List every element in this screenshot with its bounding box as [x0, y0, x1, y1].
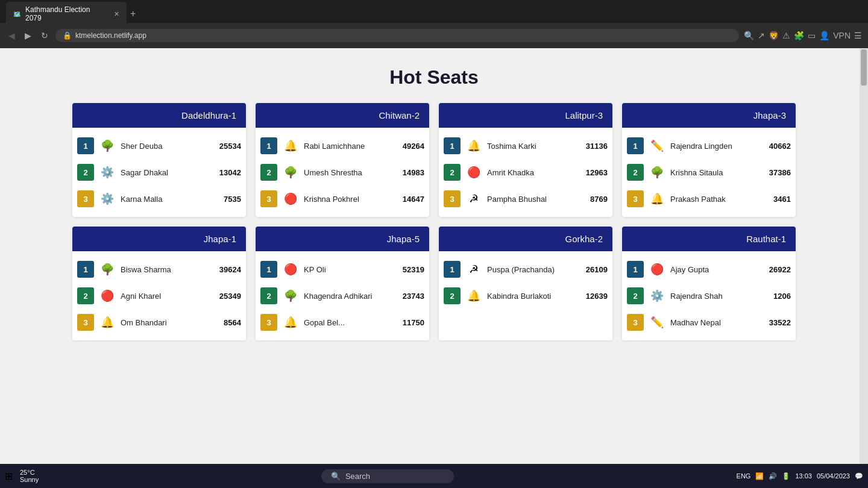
active-tab[interactable]: 🗺️ Kathmandu Election 2079 ✕ [6, 2, 127, 26]
seat-header: Jhapa-1 [72, 227, 246, 251]
taskbar: ⊞ 25°C Sunny 🔍 Search ENG 📶 🔊 🔋 13:03 05… [0, 464, 868, 488]
party-icon: 🔴 [98, 286, 117, 305]
rank-badge-3: 3 [627, 190, 644, 207]
candidate-votes: 12639 [581, 292, 608, 301]
new-tab-button[interactable]: + [130, 8, 136, 19]
candidate-votes: 49264 [398, 142, 424, 151]
rank-badge-3: 3 [260, 190, 277, 207]
browser-action-buttons: 🔍 ↗ 🦁 ⚠ 🧩 ▭ 👤 VPN ☰ [744, 31, 862, 40]
candidate-name: Gopal Bel... [304, 318, 394, 327]
rank-badge-2: 2 [77, 287, 94, 304]
rank-badge-1: 1 [627, 137, 644, 154]
search-icon[interactable]: 🔍 [744, 31, 754, 40]
rank-badge-1: 1 [444, 261, 461, 278]
party-icon: ⚙️ [98, 189, 117, 208]
candidate-votes: 25349 [215, 292, 241, 301]
seat-card-jhapa-1: Jhapa-1 1 🌳 Biswa Sharma 39624 2 🔴 Agni … [72, 227, 246, 340]
profile-icon[interactable]: 👤 [819, 31, 829, 40]
candidate-name: Sagar Dhakal [121, 168, 211, 177]
rank-badge-2: 2 [627, 287, 644, 304]
vpn-icon[interactable]: VPN [833, 31, 851, 40]
share-icon[interactable]: ↗ [758, 31, 765, 40]
seat-card-gorkha-2: Gorkha-2 1 ☭ Puspa (Prachanda) 26109 2 🔔… [439, 227, 612, 340]
candidate-name: Amrit Khadka [487, 168, 577, 177]
party-icon: 🔴 [281, 189, 300, 208]
party-icon: 🔔 [98, 313, 117, 332]
url-text: ktmelection.netlify.app [75, 31, 146, 40]
search-label: Search [345, 472, 370, 481]
rank-badge-2: 2 [444, 164, 461, 181]
party-icon: 🔴 [281, 260, 300, 279]
candidate-row: 3 ⚙️ Karna Malla 7535 [72, 186, 246, 212]
candidate-votes: 40662 [764, 142, 791, 151]
seats-grid: Dadeldhura-1 1 🌳 Sher Deuba 25534 2 ⚙️ S… [72, 103, 796, 340]
candidate-votes: 37386 [764, 168, 791, 177]
party-icon: ✏️ [647, 136, 667, 155]
alert-icon[interactable]: ⚠ [782, 31, 790, 40]
seat-body: 1 🔔 Toshima Karki 31136 2 🔴 Amrit Khadka… [439, 128, 612, 217]
candidate-votes: 26922 [764, 265, 791, 274]
candidate-votes: 12963 [581, 168, 608, 177]
party-icon: 🔔 [281, 313, 300, 332]
seat-card-jhapa-3: Jhapa-3 1 ✏️ Rajendra Lingden 40662 2 🌳 … [622, 103, 796, 217]
start-button[interactable]: ⊞ [5, 471, 13, 482]
party-icon: 🌳 [647, 163, 667, 182]
candidate-name: Krishna Pokhrel [304, 195, 394, 204]
candidate-row: 2 🌳 Khagendra Adhikari 23743 [256, 283, 429, 309]
scrollbar[interactable] [860, 48, 868, 488]
rank-badge-3: 3 [77, 190, 94, 207]
notification-icon[interactable]: 💬 [855, 472, 863, 480]
party-icon: ⚙️ [98, 163, 117, 182]
brave-icon[interactable]: 🦁 [769, 31, 779, 40]
candidate-votes: 26109 [581, 265, 608, 274]
candidate-row: 2 🔴 Amrit Khadka 12963 [439, 159, 612, 186]
candidate-name: Agni Kharel [121, 292, 211, 301]
browser-navigation: ◀ ▶ ↻ 🔒 ktmelection.netlify.app 🔍 ↗ 🦁 ⚠ … [0, 23, 868, 48]
sidebar-icon[interactable]: ▭ [808, 31, 816, 40]
candidate-votes: 52319 [398, 265, 424, 274]
candidate-votes: 7535 [215, 195, 241, 204]
forward-button[interactable]: ▶ [22, 30, 34, 42]
rank-badge-2: 2 [260, 164, 277, 181]
volume-icon: 🔊 [769, 472, 777, 480]
candidate-row: 2 🔔 Kabindra Burlakoti 12639 [439, 283, 612, 309]
address-bar[interactable]: 🔒 ktmelection.netlify.app [55, 29, 739, 42]
party-icon: 🔔 [647, 189, 667, 208]
browser-chrome: 🗺️ Kathmandu Election 2079 ✕ + ◀ ▶ ↻ 🔒 k… [0, 0, 868, 48]
seat-body: 1 🔴 Ajay Gupta 26922 2 ⚙️ Rajendra Shah … [622, 251, 796, 340]
candidate-row: 3 🔔 Gopal Bel... 11750 [256, 309, 429, 336]
lock-icon: 🔒 [63, 31, 72, 40]
candidate-row: 1 🔴 KP Oli 52319 [256, 256, 429, 283]
seat-body: 1 🔴 KP Oli 52319 2 🌳 Khagendra Adhikari … [256, 251, 429, 340]
extensions-icon[interactable]: 🧩 [794, 31, 804, 40]
candidate-row: 1 🔔 Rabi Lamichhane 49264 [256, 133, 429, 159]
candidate-votes: 14983 [398, 168, 424, 177]
party-icon: 🌳 [98, 260, 117, 279]
candidate-name: Rabi Lamichhane [304, 142, 394, 151]
seat-header: Jhapa-5 [256, 227, 429, 251]
menu-icon[interactable]: ☰ [854, 31, 862, 40]
rank-badge-3: 3 [77, 314, 94, 331]
candidate-row: 1 🔔 Toshima Karki 31136 [439, 133, 612, 159]
taskbar-center: 🔍 Search [43, 469, 731, 483]
candidate-row: 2 🌳 Krishna Sitaula 37386 [622, 159, 796, 186]
refresh-button[interactable]: ↻ [39, 30, 51, 42]
candidate-name: Pampha Bhushal [487, 195, 577, 204]
seat-header: Dadeldhura-1 [72, 103, 246, 128]
clock-time: 13:03 [795, 472, 812, 480]
rank-badge-3: 3 [444, 190, 461, 207]
back-button[interactable]: ◀ [6, 30, 17, 42]
candidate-row: 3 ✏️ Madhav Nepal 33522 [622, 309, 796, 336]
candidate-name: Rajendra Lingden [670, 142, 761, 151]
tab-close-button[interactable]: ✕ [114, 10, 119, 18]
seat-header: Chitwan-2 [256, 103, 429, 128]
candidate-name: Krishna Sitaula [670, 168, 761, 177]
candidate-votes: 3461 [764, 195, 791, 204]
scrollbar-thumb[interactable] [861, 49, 867, 86]
rank-badge-2: 2 [260, 287, 277, 304]
seat-body: 1 🔔 Rabi Lamichhane 49264 2 🌳 Umesh Shre… [256, 128, 429, 217]
candidate-row: 1 🌳 Sher Deuba 25534 [72, 133, 246, 159]
taskbar-search[interactable]: 🔍 Search [321, 469, 454, 483]
candidate-votes: 25534 [215, 142, 241, 151]
candidate-row: 1 ☭ Puspa (Prachanda) 26109 [439, 256, 612, 283]
